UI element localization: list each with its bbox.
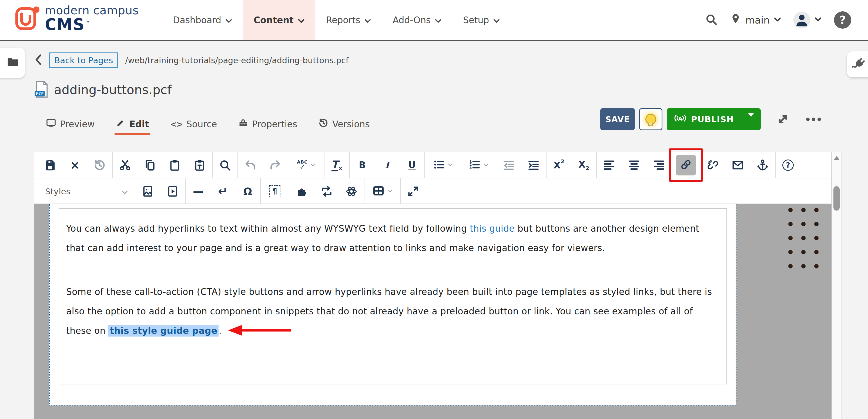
- site-selector[interactable]: main: [730, 13, 781, 27]
- annotation-arrow-icon: [225, 329, 293, 339]
- expand-view-button[interactable]: [776, 112, 790, 126]
- actions-row: SAVE A PUBLISH: [600, 108, 821, 130]
- horizontal-rule-button[interactable]: —: [186, 178, 211, 204]
- this-guide-link[interactable]: this guide: [470, 223, 515, 234]
- insert-image-button[interactable]: [135, 178, 160, 204]
- publish-dropdown[interactable]: [741, 117, 761, 122]
- chevron-down-icon: [122, 186, 128, 196]
- insert-snippet-button[interactable]: [289, 178, 314, 204]
- brand-line1: modern campus: [45, 5, 138, 16]
- align-center-button[interactable]: [622, 152, 647, 178]
- history-icon: [318, 118, 329, 130]
- find-replace-button[interactable]: [213, 152, 238, 178]
- more-actions-button[interactable]: [806, 118, 821, 121]
- gadgets-panel-tab[interactable]: [847, 51, 868, 77]
- styles-dropdown[interactable]: Styles: [37, 178, 135, 204]
- chevron-down-icon: [310, 162, 315, 168]
- nav-content[interactable]: Content: [243, 0, 315, 40]
- exit-without-saving-button[interactable]: ×: [62, 152, 87, 178]
- insert-gadget-button[interactable]: [339, 178, 364, 204]
- chevron-down-icon: [774, 17, 781, 23]
- pilcrow-icon: ¶: [269, 185, 280, 197]
- revert-button[interactable]: [87, 152, 112, 178]
- redo-button[interactable]: [263, 152, 288, 178]
- show-blocks-button[interactable]: ¶: [261, 178, 289, 204]
- back-to-pages-link[interactable]: Back to Pages: [49, 53, 118, 68]
- editable-region[interactable]: You can always add hyperlinks to text wi…: [49, 204, 737, 406]
- help-icon[interactable]: ?: [834, 11, 851, 29]
- svg-text:3: 3: [469, 166, 472, 170]
- chevron-down-icon: [484, 162, 489, 168]
- chevron-down-icon: [388, 189, 392, 194]
- insert-table-button[interactable]: [365, 178, 400, 204]
- bold-button[interactable]: B: [350, 152, 375, 178]
- align-left-button[interactable]: [597, 152, 622, 178]
- caret-down-icon: [748, 113, 754, 122]
- topbar: modern campus CMS™ Dashboard Content Rep…: [0, 0, 868, 41]
- nav-dashboard[interactable]: Dashboard: [162, 0, 243, 40]
- back-chevron-icon[interactable]: [35, 54, 42, 66]
- line-break-button[interactable]: ↵: [211, 178, 235, 204]
- file-tree-panel-tab[interactable]: [0, 48, 25, 78]
- brand-line2: CMS™: [45, 17, 138, 32]
- breadcrumb: Back to Pages /web/training-tutorials/pa…: [35, 53, 348, 68]
- unlink-button[interactable]: [701, 152, 725, 178]
- paste-button[interactable]: [162, 152, 187, 178]
- tab-versions[interactable]: Versions: [318, 118, 370, 132]
- numbered-list-button[interactable]: 123: [461, 152, 496, 178]
- bullet-list-button[interactable]: [425, 152, 461, 178]
- modern-campus-logo-icon: [14, 5, 40, 32]
- tab-properties[interactable]: Properties: [238, 118, 297, 132]
- svg-text:A: A: [678, 116, 682, 122]
- scroll-up-arrow[interactable]: [834, 156, 840, 160]
- text-block[interactable]: You can always add hyperlinks to text wi…: [59, 208, 727, 384]
- suggestions-button[interactable]: [639, 108, 662, 130]
- publish-button[interactable]: A PUBLISH: [667, 108, 761, 130]
- site-name: main: [745, 14, 770, 26]
- fullscreen-button[interactable]: [401, 178, 426, 204]
- decorative-dots-pattern: [788, 208, 818, 268]
- insert-video-button[interactable]: [160, 178, 185, 204]
- user-menu[interactable]: [794, 11, 822, 28]
- paste-as-text-button[interactable]: [187, 152, 212, 178]
- insert-link-button[interactable]: [671, 152, 701, 178]
- save-draft-button[interactable]: [37, 152, 62, 178]
- chevron-down-icon: [365, 15, 371, 25]
- brand-logo[interactable]: modern campus CMS™: [14, 5, 138, 32]
- indent-button[interactable]: [521, 152, 546, 178]
- toolbar-help-button[interactable]: ?: [776, 152, 801, 178]
- search-icon[interactable]: [705, 13, 718, 27]
- chevron-down-icon: [448, 162, 453, 168]
- toolbox-icon: [238, 118, 248, 130]
- insert-asset-button[interactable]: [314, 178, 339, 204]
- editor-toolbar: × ABC✓ Tx B: [34, 152, 832, 204]
- anchor-button[interactable]: [750, 152, 775, 178]
- underline-button[interactable]: U: [400, 152, 425, 178]
- italic-button[interactable]: I: [375, 152, 400, 178]
- subscript-button[interactable]: X2: [571, 152, 596, 178]
- nav-reports[interactable]: Reports: [315, 0, 382, 40]
- mailto-link-button[interactable]: [725, 152, 750, 178]
- trademark: ™: [85, 20, 90, 26]
- nav-setup[interactable]: Setup: [452, 0, 510, 40]
- tab-source[interactable]: <> Source: [170, 119, 217, 131]
- style-guide-page-link[interactable]: this style guide page: [108, 325, 219, 336]
- nav-add-ons[interactable]: Add-Ons: [382, 0, 452, 40]
- clear-formatting-button[interactable]: Tx: [324, 152, 349, 178]
- app-root: modern campus CMS™ Dashboard Content Rep…: [0, 0, 868, 419]
- scrollbar-thumb[interactable]: [833, 186, 840, 211]
- plug-icon: [852, 57, 866, 72]
- superscript-button[interactable]: X2: [547, 152, 571, 178]
- tab-edit[interactable]: Edit: [116, 118, 149, 132]
- outdent-button[interactable]: [496, 152, 521, 178]
- cut-button[interactable]: [113, 152, 137, 178]
- save-button[interactable]: SAVE: [600, 108, 635, 130]
- tab-preview[interactable]: Preview: [46, 118, 95, 132]
- copy-button[interactable]: [137, 152, 162, 178]
- editor-scrollbar[interactable]: [832, 152, 841, 419]
- special-character-button[interactable]: Ω: [235, 178, 260, 204]
- chevron-down-icon: [493, 15, 500, 25]
- spellcheck-button[interactable]: ABC✓: [288, 152, 324, 178]
- align-right-button[interactable]: [647, 152, 671, 178]
- undo-button[interactable]: [238, 152, 263, 178]
